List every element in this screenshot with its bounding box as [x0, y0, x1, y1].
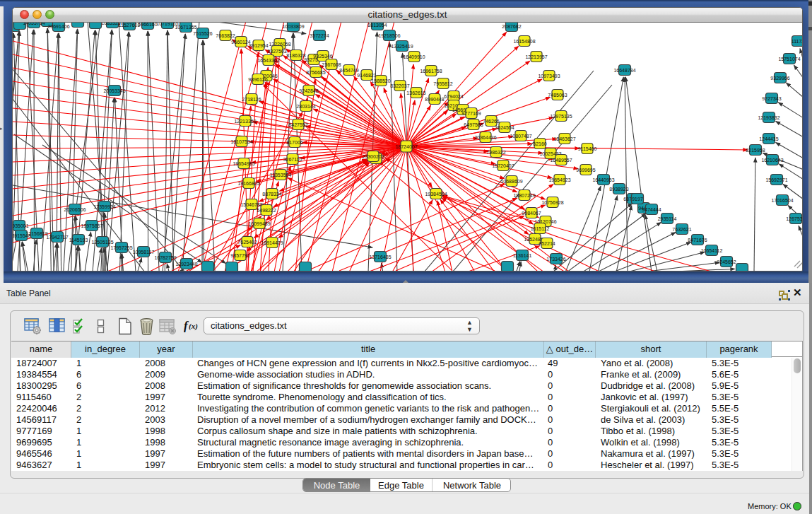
svg-text:9660124: 9660124 — [231, 40, 250, 45]
svg-text:10756928: 10756928 — [541, 200, 563, 205]
svg-text:12923448: 12923448 — [175, 262, 197, 267]
svg-text:17942717: 17942717 — [46, 235, 68, 240]
svg-text:6497568: 6497568 — [464, 122, 483, 127]
svg-text:8878334: 8878334 — [262, 192, 281, 197]
svg-text:14055714: 14055714 — [23, 23, 45, 25]
svg-text:1588520: 1588520 — [371, 78, 390, 83]
svg-text:13716485: 13716485 — [369, 255, 391, 259]
svg-text:15720407: 15720407 — [492, 163, 514, 168]
svg-text:8813054: 8813054 — [367, 23, 387, 28]
svg-text:7663822: 7663822 — [216, 33, 235, 38]
svg-text:2718126: 2718126 — [242, 97, 261, 102]
svg-text:16210643: 16210643 — [761, 158, 783, 163]
svg-text:9245652: 9245652 — [717, 259, 736, 264]
svg-text:19384554: 19384554 — [425, 192, 447, 197]
svg-text:8471676: 8471676 — [688, 238, 707, 243]
svg-text:17016504: 17016504 — [771, 198, 793, 203]
svg-text:12156819: 12156819 — [25, 231, 47, 236]
svg-text:11353594: 11353594 — [270, 173, 292, 177]
svg-text:17359924: 17359924 — [93, 204, 115, 209]
svg-text:13325419: 13325419 — [391, 44, 413, 49]
svg-text:10807487: 10807487 — [510, 134, 531, 139]
svg-text:12213957: 12213957 — [525, 54, 547, 59]
svg-text:12213369: 12213369 — [234, 119, 256, 124]
svg-text:62160: 62160 — [533, 141, 547, 146]
svg-text:19654923: 19654923 — [548, 177, 570, 182]
svg-text:16648784: 16648784 — [613, 68, 635, 73]
svg-text:2367608: 2367608 — [322, 62, 341, 67]
svg-text:20206506: 20206506 — [64, 207, 86, 212]
svg-text:8990448: 8990448 — [425, 97, 444, 102]
svg-text:7986322: 7986322 — [486, 150, 505, 155]
svg-text:15692971: 15692971 — [765, 177, 787, 182]
svg-text:16107534: 16107534 — [230, 139, 252, 144]
svg-text:1362615: 1362615 — [406, 90, 425, 95]
svg-text:8912954: 8912954 — [249, 43, 268, 48]
svg-text:7485063: 7485063 — [548, 93, 567, 98]
svg-text:8938923: 8938923 — [609, 187, 628, 192]
svg-text:8427552: 8427552 — [288, 122, 307, 127]
svg-text:1733426: 1733426 — [546, 257, 565, 262]
svg-text:12193832: 12193832 — [758, 115, 779, 120]
svg-text:1145193: 1145193 — [69, 238, 88, 243]
svg-text:1615112: 1615112 — [531, 226, 550, 231]
svg-text:19166825: 19166825 — [237, 181, 259, 186]
svg-text:8935001: 8935001 — [13, 223, 29, 228]
svg-text:9327503: 9327503 — [267, 49, 286, 54]
svg-text:1136141: 1136141 — [513, 253, 532, 258]
svg-text:16440953: 16440953 — [592, 177, 614, 182]
svg-text:19654985: 19654985 — [233, 161, 254, 166]
svg-text:18807249: 18807249 — [513, 193, 535, 198]
svg-text:18724007: 18724007 — [395, 144, 417, 149]
svg-text:7955812: 7955812 — [433, 81, 452, 86]
svg-text:252214: 252214 — [539, 241, 555, 246]
svg-text:20691406: 20691406 — [47, 24, 69, 29]
svg-text:16154808: 16154808 — [513, 39, 535, 44]
svg-text:10973493: 10973493 — [538, 74, 560, 78]
svg-text:817006: 817006 — [286, 140, 302, 145]
svg-text:12975135: 12975135 — [550, 114, 572, 119]
svg-text:17957255: 17957255 — [110, 245, 132, 250]
svg-text:2087682: 2087682 — [502, 24, 521, 29]
svg-text:10654112: 10654112 — [701, 248, 723, 253]
svg-text:3572274: 3572274 — [310, 33, 329, 38]
svg-text:9474444: 9474444 — [642, 207, 661, 212]
svg-text:16543362: 16543362 — [257, 58, 279, 63]
svg-text:8322037: 8322037 — [390, 83, 409, 88]
svg-text:11172: 11172 — [792, 39, 802, 44]
svg-text:23300203: 23300203 — [362, 154, 384, 159]
svg-text:8454749: 8454749 — [339, 68, 358, 73]
svg-text:11527602: 11527602 — [119, 23, 141, 28]
svg-text:9242848: 9242848 — [299, 88, 318, 93]
svg-text:8186328: 8186328 — [286, 53, 305, 58]
svg-text:16782759: 16782759 — [154, 255, 176, 260]
svg-text:10671355: 10671355 — [175, 25, 196, 30]
svg-text:5498222: 5498222 — [257, 208, 276, 213]
svg-text:9115460: 9115460 — [578, 146, 597, 151]
svg-text:9197: 9197 — [632, 197, 643, 201]
svg-text:6794024: 6794024 — [444, 94, 463, 99]
svg-text:2935114: 2935114 — [658, 216, 677, 221]
svg-text:7625402: 7625402 — [237, 240, 257, 245]
svg-text:19975857: 19975857 — [81, 223, 102, 228]
svg-text:8215958: 8215958 — [746, 148, 765, 153]
svg-text:9084067: 9084067 — [522, 211, 541, 216]
svg-text:16961758: 16961758 — [420, 69, 442, 74]
svg-text:9857791: 9857791 — [230, 253, 249, 258]
svg-text:746266: 746266 — [483, 119, 499, 124]
svg-text:1244415: 1244415 — [759, 136, 778, 141]
svg-text:8756685: 8756685 — [306, 70, 325, 75]
svg-text:10958117: 10958117 — [133, 250, 155, 255]
svg-text:10688609: 10688609 — [500, 179, 522, 184]
svg-text:9777169: 9777169 — [461, 111, 481, 116]
svg-text:10033809: 10033809 — [282, 24, 304, 29]
svg-text:9325346: 9325346 — [313, 54, 332, 59]
svg-text:9227343: 9227343 — [762, 96, 781, 101]
svg-text:16099489: 16099489 — [248, 221, 270, 226]
svg-text:7632621: 7632621 — [672, 227, 691, 232]
svg-text:9146821: 9146821 — [357, 73, 376, 78]
svg-text:3267110: 3267110 — [283, 157, 302, 162]
svg-text:16914479: 16914479 — [261, 240, 283, 245]
svg-text:3624554: 3624554 — [495, 125, 514, 130]
svg-text:9329966: 9329966 — [770, 76, 789, 81]
